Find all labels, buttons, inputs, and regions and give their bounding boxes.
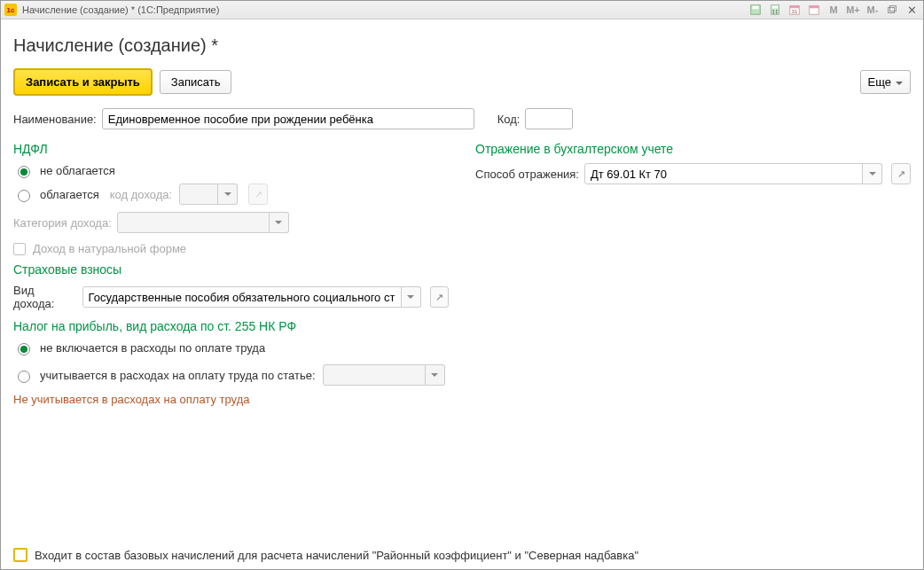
more-button-label: Еще xyxy=(868,75,891,89)
calendar-numbered-icon[interactable]: 31 xyxy=(787,3,803,17)
left-col: НДФЛ не облагается облагается код дохода… xyxy=(13,138,449,406)
profit-not-included-row: не включается в расходы по оплате труда xyxy=(13,340,449,355)
profit-article-dropdown xyxy=(426,364,445,386)
svg-rect-1 xyxy=(753,6,759,10)
m-icon[interactable]: M xyxy=(826,3,842,17)
base-calc-label: Входит в состав базовых начислений для р… xyxy=(35,549,638,562)
ndfl-taxed-radio[interactable] xyxy=(18,190,30,202)
save-button[interactable]: Записать xyxy=(160,70,232,94)
svg-rect-12 xyxy=(810,6,819,9)
profit-included-radio[interactable] xyxy=(18,371,30,383)
svg-rect-14 xyxy=(889,6,896,12)
insurance-kind-dropdown[interactable] xyxy=(402,286,421,308)
income-category-row: Категория дохода: xyxy=(13,212,449,233)
income-category-label: Категория дохода: xyxy=(13,216,112,230)
svg-rect-3 xyxy=(772,6,779,9)
page-title: Начисление (создание) * xyxy=(13,35,911,56)
insurance-title: Страховые взносы xyxy=(13,262,449,277)
profit-not-included-label: не включается в расходы по оплате труда xyxy=(40,341,265,355)
accounting-title: Отражение в бухгалтерском учете xyxy=(475,142,911,156)
save-icon[interactable] xyxy=(748,3,763,17)
insurance-kind-label: Вид дохода: xyxy=(13,284,77,310)
m-plus-icon[interactable]: M+ xyxy=(845,3,861,17)
toolbar: Записать и закрыть Записать Еще xyxy=(13,68,911,96)
in-kind-row: Доход в натуральной форме xyxy=(13,242,449,255)
name-code-row: Наименование: Код: xyxy=(13,108,911,129)
calendar-icon[interactable] xyxy=(806,3,822,17)
ndfl-not-taxed-label: не облагается xyxy=(40,164,115,177)
ndfl-taxed-label: облагается xyxy=(40,188,99,201)
accounting-method-dropdown[interactable] xyxy=(863,163,882,184)
in-kind-label: Доход в натуральной форме xyxy=(33,242,186,255)
footer: Входит в состав базовых начислений для р… xyxy=(13,539,911,562)
accounting-method-open-icon[interactable]: ↗ xyxy=(891,163,911,184)
svg-point-4 xyxy=(772,10,774,12)
app-icon: 1c xyxy=(4,4,17,16)
accounting-method-row: Способ отражения: ↗ xyxy=(475,163,911,184)
income-code-open-icon: ↗ xyxy=(248,183,268,205)
in-kind-checkbox xyxy=(13,243,26,255)
ndfl-not-taxed-radio[interactable] xyxy=(18,166,30,178)
insurance-kind-row: Вид дохода: ↗ xyxy=(13,284,449,310)
m-minus-icon[interactable]: M- xyxy=(865,3,881,17)
insurance-kind-input[interactable] xyxy=(82,286,402,308)
insurance-kind-open-icon[interactable]: ↗ xyxy=(430,286,449,308)
accounting-method-label: Способ отражения: xyxy=(475,168,579,181)
code-label: Код: xyxy=(497,113,521,126)
ndfl-not-taxed-row: не облагается xyxy=(13,163,449,178)
titlebar: 1c Начисление (создание) * (1С:Предприят… xyxy=(1,1,923,20)
titlebar-icons: 31 M M+ M- ✕ xyxy=(748,3,920,17)
more-button[interactable]: Еще xyxy=(860,70,911,94)
name-input[interactable] xyxy=(102,108,474,129)
accounting-method-input[interactable] xyxy=(584,163,863,184)
profit-article-input xyxy=(323,364,426,386)
insurance-kind-combo[interactable] xyxy=(82,286,421,308)
profit-included-label: учитывается в расходах на оплату труда п… xyxy=(40,369,316,382)
svg-point-6 xyxy=(772,12,774,14)
svg-text:31: 31 xyxy=(792,8,798,14)
income-category-dropdown xyxy=(270,212,289,233)
income-code-input xyxy=(179,183,218,205)
income-category-input xyxy=(117,212,270,233)
window-title: Начисление (создание) * (1С:Предприятие) xyxy=(22,4,219,15)
income-code-label: код дохода: xyxy=(110,188,172,201)
profit-article-combo xyxy=(323,364,445,386)
name-label: Наименование: xyxy=(13,113,97,126)
window-restore-icon[interactable] xyxy=(884,3,900,17)
income-code-dropdown xyxy=(218,183,238,205)
ndfl-taxed-row: облагается код дохода: ↗ xyxy=(13,183,449,205)
profit-note: Не учитывается в расходах на оплату труд… xyxy=(13,393,449,406)
svg-point-7 xyxy=(776,12,778,14)
accounting-method-combo[interactable] xyxy=(584,163,882,184)
base-calc-checkbox[interactable] xyxy=(13,548,27,562)
code-input[interactable] xyxy=(525,108,573,129)
ndfl-title: НДФЛ xyxy=(13,142,449,156)
profit-included-row: учитывается в расходах на оплату труда п… xyxy=(13,364,449,386)
income-category-combo xyxy=(117,212,289,233)
save-and-close-button[interactable]: Записать и закрыть xyxy=(13,68,153,96)
profit-not-included-radio[interactable] xyxy=(18,343,30,355)
app-window: 1c Начисление (создание) * (1С:Предприят… xyxy=(0,0,924,570)
svg-rect-13 xyxy=(889,7,895,12)
close-icon[interactable]: ✕ xyxy=(904,3,920,17)
right-col: Отражение в бухгалтерском учете Способ о… xyxy=(475,138,911,193)
svg-point-5 xyxy=(776,10,778,12)
content: Начисление (создание) * Записать и закры… xyxy=(1,20,923,569)
columns: НДФЛ не облагается облагается код дохода… xyxy=(13,138,911,406)
calc-icon[interactable] xyxy=(767,3,783,17)
income-code-combo xyxy=(179,183,238,205)
profit-tax-title: Налог на прибыль, вид расхода по ст. 255… xyxy=(13,319,449,333)
